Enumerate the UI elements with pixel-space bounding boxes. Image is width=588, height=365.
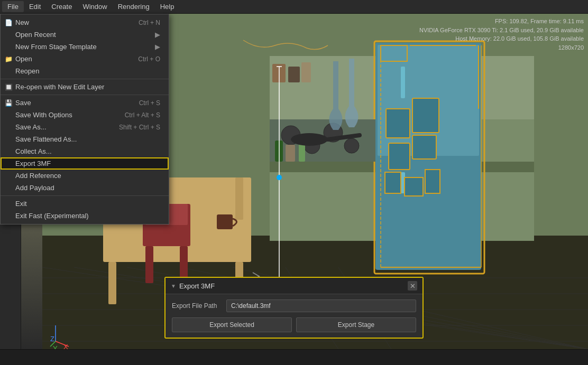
bottom-bar <box>0 349 588 365</box>
export-dialog-titlebar: ▼ Export 3MF ✕ <box>166 278 422 294</box>
menu-item-exit[interactable]: Exit <box>1 198 169 210</box>
menu-item-add-payload[interactable]: Add Payload <box>1 182 169 194</box>
menu-window[interactable]: Window <box>77 1 112 12</box>
svg-rect-23 <box>386 109 410 138</box>
menu-item-collect-as[interactable]: Collect As... <box>1 145 169 157</box>
menu-item-open[interactable]: 📁 Open Ctrl + O <box>1 53 169 65</box>
fps-overlay: FPS: 109.82, Frame time: 9.11 ms NVIDIA … <box>419 17 584 52</box>
menu-rendering[interactable]: Rendering <box>113 1 155 12</box>
svg-text:Z: Z <box>50 335 54 343</box>
svg-rect-28 <box>405 177 423 196</box>
svg-rect-36 <box>145 246 153 283</box>
export-dialog-title: Export 3MF <box>179 282 215 290</box>
svg-point-57 <box>277 175 282 180</box>
svg-rect-34 <box>235 177 243 220</box>
separator-3 <box>1 195 169 196</box>
menu-item-export-3mf[interactable]: Export 3MF <box>1 157 169 170</box>
menu-item-reopen-edit-layer[interactable]: 🔲 Re-open with New Edit Layer <box>1 81 169 93</box>
svg-text:Y: Y <box>53 344 58 349</box>
menu-help[interactable]: Help <box>155 1 180 12</box>
export-dialog-body: Export File Path Export Selected Export … <box>166 294 422 338</box>
svg-rect-53 <box>301 62 311 82</box>
menu-item-save-as[interactable]: Save As... Shift + Ctrl + S <box>1 121 169 133</box>
export-stage-button[interactable]: Export Stage <box>296 317 416 332</box>
menu-item-save-with-options[interactable]: Save With Options Ctrl + Alt + S <box>1 109 169 121</box>
file-path-row: Export File Path <box>172 300 416 312</box>
menu-edit[interactable]: Edit <box>24 1 46 12</box>
menu-file[interactable]: File <box>2 1 24 12</box>
menu-item-save-flattened[interactable]: Save Flattened As... <box>1 133 169 145</box>
file-path-label: Export File Path <box>172 302 222 310</box>
menu-create[interactable]: Create <box>46 1 77 12</box>
svg-rect-20 <box>401 67 405 98</box>
separator-2 <box>1 95 169 95</box>
svg-rect-41 <box>217 214 233 229</box>
export-dialog-close-button[interactable]: ✕ <box>408 281 417 291</box>
svg-rect-29 <box>425 170 440 193</box>
svg-rect-25 <box>389 143 410 170</box>
svg-rect-26 <box>412 135 436 159</box>
dialog-collapse-icon: ▼ <box>171 283 176 289</box>
svg-rect-48 <box>286 145 295 162</box>
menu-item-add-reference[interactable]: Add Reference <box>1 170 169 182</box>
menu-item-save[interactable]: 💾 Save Ctrl + S <box>1 97 169 109</box>
separator-1 <box>1 79 169 79</box>
file-path-input[interactable] <box>226 300 416 312</box>
menu-item-exit-fast[interactable]: Exit Fast (Experimental) <box>1 210 169 222</box>
menu-item-reopen[interactable]: Reopen <box>1 65 169 77</box>
export-selected-button[interactable]: Export Selected <box>172 317 292 332</box>
svg-rect-24 <box>412 98 439 133</box>
svg-rect-52 <box>288 67 300 82</box>
open-folder-icon: 📁 <box>5 55 13 63</box>
svg-rect-27 <box>385 172 401 193</box>
menu-item-new[interactable]: 📄 New Ctrl + N <box>1 16 169 29</box>
svg-point-50 <box>291 133 328 146</box>
export-3mf-dialog: ▼ Export 3MF ✕ Export File Path Export S… <box>164 277 424 339</box>
menu-item-new-from-template[interactable]: New From Stage Template ▶ <box>1 41 169 53</box>
new-icon: 📄 <box>5 19 13 26</box>
menubar: File Edit Create Window Rendering Help <box>0 0 588 14</box>
svg-rect-49 <box>299 143 305 162</box>
save-icon: 💾 <box>5 99 13 107</box>
layer-icon: 🔲 <box>5 83 13 91</box>
menu-item-open-recent[interactable]: Open Recent ▶ <box>1 29 169 41</box>
file-dropdown-menu: 📄 New Ctrl + N Open Recent ▶ New From St… <box>0 14 169 224</box>
export-buttons-row: Export Selected Export Stage <box>172 317 416 332</box>
svg-rect-31 <box>108 262 116 304</box>
svg-point-46 <box>344 138 359 153</box>
